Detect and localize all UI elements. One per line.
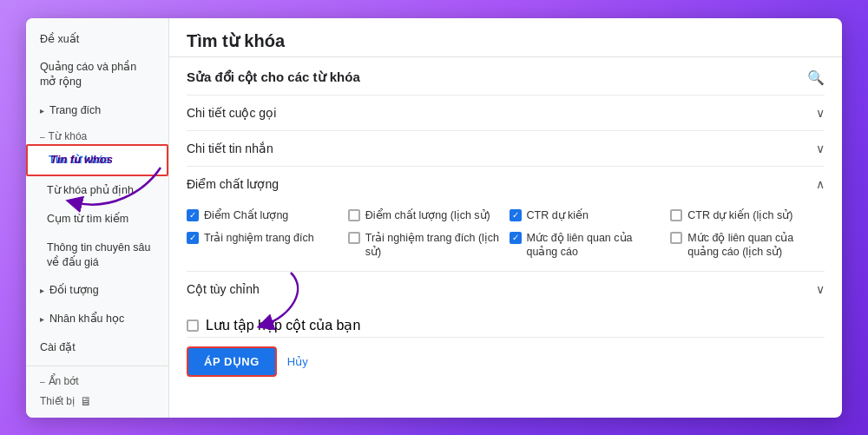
- sidebar-item-quang-cao[interactable]: Quảng cáo và phần mở rộng: [26, 53, 168, 96]
- collapsible-label: Chi tiết cuộc gọi: [187, 106, 276, 120]
- search-icon[interactable]: 🔍: [807, 69, 825, 86]
- chevron-minus-icon: –: [40, 132, 45, 142]
- checkbox-trai-nghiem-lich-su[interactable]: [348, 232, 360, 244]
- section-title: Sửa đổi cột cho các từ khóa: [187, 69, 360, 85]
- page-title: Tìm từ khóa: [187, 30, 825, 51]
- checkbox-item-diem-lich-su[interactable]: Điểm chất lượng (lịch sử): [348, 208, 503, 222]
- collapsible-label: Chi tiết tin nhắn: [187, 142, 273, 155]
- monitor-icon: 🖥: [80, 394, 92, 408]
- sidebar-label: Trang đích: [49, 103, 101, 118]
- chevron-right-icon: ▸: [40, 313, 44, 326]
- sidebar-divider: [26, 366, 168, 366]
- sidebar-label: Tìm từ khóa: [49, 153, 110, 168]
- sidebar-item-tim-tu-khoa[interactable]: Tìm từ khóa: [26, 144, 168, 176]
- sidebar-label: Từ khóa: [49, 130, 88, 142]
- sidebar-item-tu-khoa-phu-dinh[interactable]: Từ khóa phủ định: [26, 176, 168, 205]
- checkbox-item-muc-do-lq[interactable]: Mức độ liên quan của quảng cáo: [510, 231, 664, 260]
- sidebar-label: Cụm từ tìm kiếm: [47, 212, 128, 227]
- collapsible-body-chat-luong: Điểm Chất lượng Điểm chất lượng (lịch sử…: [187, 201, 825, 272]
- checkbox-grid: Điểm Chất lượng Điểm chất lượng (lịch sử…: [187, 208, 825, 260]
- chevron-minus-icon: –: [40, 377, 45, 386]
- checkbox-item-ctr-du-kien[interactable]: CTR dự kiến: [510, 208, 664, 222]
- collapsible-tin-nhan: Chi tiết tin nhắn ∨: [187, 131, 825, 167]
- section-header: Sửa đổi cột cho các từ khóa 🔍: [187, 57, 825, 96]
- checkbox-item-ctr-lich-su[interactable]: CTR dự kiến (lịch sử): [670, 208, 825, 222]
- sidebar-item-doi-tuong[interactable]: ▸ Đối tượng: [26, 276, 168, 305]
- chevron-right-icon: ▸: [40, 285, 44, 297]
- sidebar: Đề xuất Quảng cáo và phần mở rộng ▸ Tran…: [26, 18, 169, 418]
- sidebar-item-cai-dat[interactable]: Cài đặt: [26, 333, 168, 362]
- collapsible-header-chat-luong[interactable]: Điểm chất lượng ∧: [187, 167, 825, 201]
- chevron-up-icon: ∧: [816, 177, 825, 191]
- checkbox-ctr-du-kien[interactable]: [510, 209, 522, 221]
- checkbox-label: Mức độ liên quan của quảng cáo: [527, 231, 664, 260]
- checkbox-label: Điểm chất lượng (lịch sử): [365, 208, 490, 222]
- checkbox-label: Trải nghiệm trang đích: [204, 231, 314, 245]
- sidebar-section-an-bot: – Ẩn bớt: [26, 370, 168, 389]
- main-content: Tìm từ khóa Sửa đổi cột cho các từ khóa …: [169, 18, 842, 418]
- sidebar-item-de-xuat[interactable]: Đề xuất: [26, 25, 168, 54]
- checkbox-ctr-lich-su[interactable]: [670, 209, 682, 221]
- sidebar-label: Đối tượng: [49, 283, 99, 298]
- checkbox-label: Mức độ liên quan của quảng cáo (lịch sử): [687, 231, 825, 260]
- main-body: Sửa đổi cột cho các từ khóa 🔍 Chi tiết c…: [169, 57, 842, 418]
- save-row: Lưu tập hợp cột của bạn: [187, 306, 825, 337]
- sidebar-label: Thông tin chuyên sâu về đấu giá: [47, 241, 155, 270]
- sidebar-section-tu-khoa: – Từ khóa: [26, 125, 168, 144]
- collapsible-label: Điểm chất lượng: [187, 177, 279, 191]
- checkbox-label: CTR dự kiến (lịch sử): [687, 208, 792, 222]
- sidebar-item-nhan-khau[interactable]: ▸ Nhân khẩu học: [26, 305, 168, 333]
- sidebar-label: Ẩn bớt: [49, 375, 79, 387]
- main-header: Tìm từ khóa: [169, 18, 842, 57]
- chevron-down-icon: ∨: [816, 106, 825, 120]
- sidebar-label: Từ khóa phủ định: [47, 183, 134, 198]
- checkbox-save[interactable]: [187, 320, 199, 332]
- custom-col-label: Cột tùy chỉnh: [187, 282, 260, 296]
- checkbox-trai-nghiem[interactable]: [187, 232, 199, 244]
- checkbox-muc-do-lq[interactable]: [510, 232, 522, 244]
- checkbox-item-trai-nghiem[interactable]: Trải nghiệm trang đích: [187, 231, 341, 260]
- custom-col-section: Cột tùy chỉnh ∨ Lưu tập hợp cột của bạn: [187, 272, 825, 338]
- sidebar-label: Nhân khẩu học: [49, 312, 124, 326]
- sidebar-item-cum-tu[interactable]: Cụm từ tìm kiếm: [26, 205, 168, 234]
- sidebar-label: Thiết bị: [40, 395, 75, 407]
- checkbox-diem-lich-su[interactable]: [348, 209, 360, 221]
- sidebar-label: Quảng cáo và phần mở rộng: [40, 60, 155, 89]
- apply-button[interactable]: ÁP DỤNG: [187, 346, 277, 377]
- cancel-button[interactable]: Hủy: [287, 355, 308, 368]
- chevron-right-icon: ▸: [40, 105, 44, 117]
- collapsible-cuoc-goi: Chi tiết cuộc gọi ∨: [187, 96, 825, 131]
- checkbox-muc-do-lq-lich-su[interactable]: [670, 232, 682, 244]
- checkbox-item-trai-nghiem-lich-su[interactable]: Trải nghiệm trang đích (lịch sử): [348, 231, 503, 260]
- sidebar-item-thiet-bi[interactable]: Thiết bị 🖥: [26, 389, 168, 413]
- checkbox-item-muc-do-lq-lich-su[interactable]: Mức độ liên quan của quảng cáo (lịch sử): [670, 231, 825, 260]
- checkbox-label: Trải nghiệm trang đích (lịch sử): [365, 231, 503, 260]
- custom-col-header[interactable]: Cột tùy chỉnh ∨: [187, 272, 825, 306]
- collapsible-chat-luong: Điểm chất lượng ∧ Điểm Chất lượng: [187, 167, 825, 273]
- collapsible-header-tin-nhan[interactable]: Chi tiết tin nhắn ∨: [187, 131, 825, 166]
- footer-row: ÁP DỤNG Hủy: [187, 338, 825, 377]
- collapsible-header-cuoc-goi[interactable]: Chi tiết cuộc gọi ∨: [187, 96, 825, 130]
- sidebar-item-trang-dich[interactable]: ▸ Trang đích: [26, 96, 168, 125]
- save-label: Lưu tập hợp cột của bạn: [206, 317, 360, 333]
- sidebar-label: Cài đặt: [40, 340, 76, 355]
- chevron-down-icon: ∨: [816, 142, 825, 155]
- checkbox-label: CTR dự kiến: [527, 208, 589, 222]
- checkbox-diem-chat-luong[interactable]: [187, 209, 199, 221]
- chevron-down-icon: ∨: [816, 282, 825, 296]
- checkbox-item-diem-chat-luong[interactable]: Điểm Chất lượng: [187, 208, 341, 222]
- sidebar-label: Đề xuất: [40, 32, 79, 47]
- checkbox-label: Điểm Chất lượng: [204, 208, 288, 222]
- sidebar-item-thong-tin[interactable]: Thông tin chuyên sâu về đấu giá: [26, 234, 168, 277]
